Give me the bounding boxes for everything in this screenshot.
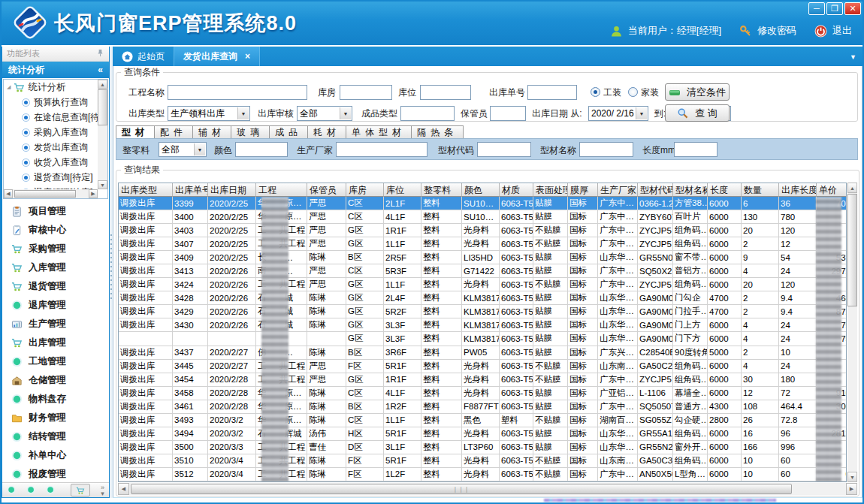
sidebar-module[interactable]: 项目管理 xyxy=(2,202,109,221)
table-row[interactable]: 调拨出库34132020/2/26南…严思C区5R3F整料G714226063-… xyxy=(119,264,846,278)
minimize-button[interactable]: ─ xyxy=(808,2,825,15)
sidebar-module[interactable]: 入库管理 xyxy=(2,258,109,277)
clear-conditions-button[interactable]: 清空条件 xyxy=(665,83,730,101)
location-input[interactable] xyxy=(420,85,471,100)
scroll-left-icon[interactable]: ◀ xyxy=(4,189,13,198)
sidebar-module[interactable]: 仓储管理 xyxy=(2,371,109,390)
table-row[interactable]: G区3L3F整料KLM38176063-T5贴膜国标山东华…GA90M09.门下… xyxy=(119,332,846,346)
tab-overflow-arrow[interactable]: ▼ xyxy=(850,53,856,61)
scroll-down-icon[interactable]: ▼ xyxy=(847,472,857,482)
cart-toolbar-button[interactable] xyxy=(71,484,90,496)
table-row[interactable]: 调拨出库34542020/2/28工共工程严思G区1R1F整料光身料6063-T… xyxy=(119,373,846,387)
column-header[interactable]: 出库单号 xyxy=(173,183,208,197)
column-header[interactable]: 库位 xyxy=(384,183,421,197)
maker-input[interactable] xyxy=(336,142,427,157)
column-header[interactable]: 长度 xyxy=(708,183,742,197)
project-name-input[interactable] xyxy=(168,85,307,100)
sidebar-module[interactable]: 出库管理 xyxy=(2,333,109,352)
table-row[interactable]: 调拨出库34372020/2/27佛…陈琳B区3R6F整料PW056063-T5… xyxy=(119,346,846,360)
column-header[interactable]: 生产厂家 xyxy=(598,183,638,197)
scroll-up-icon[interactable]: ▲ xyxy=(98,80,107,89)
table-row[interactable]: 调拨出库34072020/2/25工共工程严思G区1L1F整料光身料6063-T… xyxy=(119,237,846,251)
material-tab[interactable]: 成品 xyxy=(269,125,308,139)
sidebar-module[interactable]: 物料盘存 xyxy=(2,390,109,409)
tree-item[interactable]: 预算执行查询 xyxy=(4,95,98,110)
column-header[interactable]: 出库类型 xyxy=(119,183,173,197)
sidebar-module[interactable]: 财务管理 xyxy=(2,409,109,427)
scroll-right-icon[interactable]: ▶ xyxy=(89,189,98,198)
keeper-input[interactable] xyxy=(490,106,526,121)
column-header[interactable]: 工程 xyxy=(256,183,307,197)
dot-icon[interactable] xyxy=(7,485,16,495)
table-row[interactable]: 调拨出库34942020/3/2石辉城汤伟H区5R1F整料光身料6063-T5贴… xyxy=(119,427,846,441)
sidebar-module[interactable]: 结转管理 xyxy=(2,427,109,446)
table-row[interactable]: 调拨出库35002020/3/3工共工程曹佳D区3L1F整料LT3P606063… xyxy=(119,441,846,454)
pin-icon[interactable] xyxy=(96,49,104,59)
table-row[interactable]: 调拨出库34582020/2/28华原…陈琳C区4L1F整料光身料6063-T5… xyxy=(119,387,846,400)
tab-shipment-outbound-query[interactable]: 发货出库查询 × xyxy=(174,47,260,66)
tab-close-icon[interactable]: × xyxy=(245,51,250,62)
scroll-up-icon[interactable]: ▲ xyxy=(847,183,857,193)
sidebar-module[interactable]: 生产管理 xyxy=(2,315,109,333)
column-header[interactable]: 型材名称 xyxy=(673,183,708,197)
scroll-left-icon[interactable]: ◀ xyxy=(118,483,129,495)
table-row[interactable]: 调拨出库34932020/3/2华原…陈琳C区1L1F整料黑色塑料不贴膜国标湖南… xyxy=(119,414,846,427)
length-input[interactable] xyxy=(674,142,717,157)
scroll-thumb[interactable]: ❘❘❘ xyxy=(131,484,792,494)
column-header[interactable]: 出库日期 xyxy=(208,183,256,197)
table-row[interactable]: 调拨出库34002020/2/25华原…严思C区4L1F整料SU10…6063-… xyxy=(119,210,846,224)
tab-home[interactable]: 起始页 xyxy=(113,47,174,66)
outbound-type-select[interactable]: 生产领料出库▼ xyxy=(168,106,250,121)
column-header[interactable]: 表面处理 xyxy=(533,183,568,197)
tree-item[interactable]: 发货出库查询 xyxy=(4,140,98,155)
table-row[interactable]: 调拨出库34292020/2/26石城陈琳G区5R2F整料KLM38176063… xyxy=(119,305,846,318)
logout-link[interactable]: 退出 xyxy=(832,24,852,38)
table-vertical-scrollbar[interactable]: ▲ ▼ xyxy=(847,183,857,482)
code-input[interactable] xyxy=(477,142,531,157)
table-row[interactable]: 调拨出库33992020/2/25华原…严思C区2L1F整料SU10…6063-… xyxy=(119,197,846,210)
sidebar-module[interactable]: 工地管理 xyxy=(2,352,109,371)
sidebar-module[interactable]: 报废管理 xyxy=(2,465,109,482)
dot-icon[interactable] xyxy=(26,485,35,495)
close-button[interactable]: ✕ xyxy=(844,2,861,15)
column-header[interactable]: 单价 xyxy=(817,183,847,197)
table-horizontal-scrollbar[interactable]: ◀ ❘❘❘ ▶ xyxy=(118,483,857,495)
tree-root-statistics[interactable]: ◢ 统计分析 xyxy=(4,80,98,95)
radio-jiazhuang[interactable] xyxy=(628,87,638,97)
column-header[interactable]: 膜厚 xyxy=(568,183,598,197)
table-row[interactable]: 调拨出库35122020/3/4工共工程陈琳F区1L2F整料光身料6063-T5… xyxy=(119,468,846,481)
scroll-right-icon[interactable]: ▶ xyxy=(846,483,857,495)
material-tab[interactable]: 配件 xyxy=(154,125,193,139)
part-select[interactable]: 全部▼ xyxy=(159,142,207,157)
table-row[interactable]: 调拨出库34092020/2/25长…陈琳B区2R5F整料LI35HD6063-… xyxy=(119,251,846,264)
radio-gongzhuang[interactable] xyxy=(591,87,600,97)
tree-item[interactable]: 收货入库查询 xyxy=(4,155,98,170)
column-header[interactable]: 保管员 xyxy=(307,183,346,197)
scroll-thumb[interactable] xyxy=(14,190,76,198)
sidebar-module[interactable]: 补单中心 xyxy=(2,446,109,465)
dot-icon[interactable] xyxy=(46,485,55,495)
column-header[interactable]: 型材代码 xyxy=(638,183,673,197)
column-header[interactable]: 出库长度 xyxy=(779,183,817,197)
table-row[interactable]: 调拨出库35102020/3/4工共工程陈琳F区5R1F整料光身料6063-T5… xyxy=(119,454,846,468)
material-tab[interactable]: 型材 xyxy=(116,125,155,139)
table-row[interactable]: 调拨出库34452020/2/27工共工程严思F区5R1F整料光身料6063-T… xyxy=(119,360,846,373)
material-tab[interactable]: 辅材 xyxy=(192,125,231,139)
table-row[interactable]: 调拨出库34242020/2/26工共工程严思G区1L1F整料光身料6063-T… xyxy=(119,278,846,291)
tree-item[interactable]: 退货查询[待定] xyxy=(4,170,98,185)
table-row[interactable]: 调拨出库34282020/2/26石城陈琳G区2L4F整料KLM38176063… xyxy=(119,291,846,305)
material-tab[interactable]: 耗材 xyxy=(307,125,346,139)
name-input[interactable] xyxy=(579,142,633,157)
tree-expander-icon[interactable]: ◢ xyxy=(7,84,11,90)
column-header[interactable]: 数量 xyxy=(742,183,779,197)
sidebar-module[interactable]: 采购管理 xyxy=(2,240,109,258)
material-tab[interactable]: 隔热条 xyxy=(411,125,464,139)
sidebar-module[interactable]: 退库管理 xyxy=(2,296,109,315)
order-no-input[interactable] xyxy=(527,85,577,100)
scroll-thumb[interactable] xyxy=(847,194,857,306)
column-header[interactable]: 颜色 xyxy=(462,183,500,197)
search-button[interactable]: 查 询 xyxy=(665,104,730,122)
sidebar-module[interactable]: 退货管理 xyxy=(2,277,109,296)
color-input[interactable] xyxy=(235,142,288,157)
tree-item[interactable]: 采购入库查询 xyxy=(4,125,98,140)
